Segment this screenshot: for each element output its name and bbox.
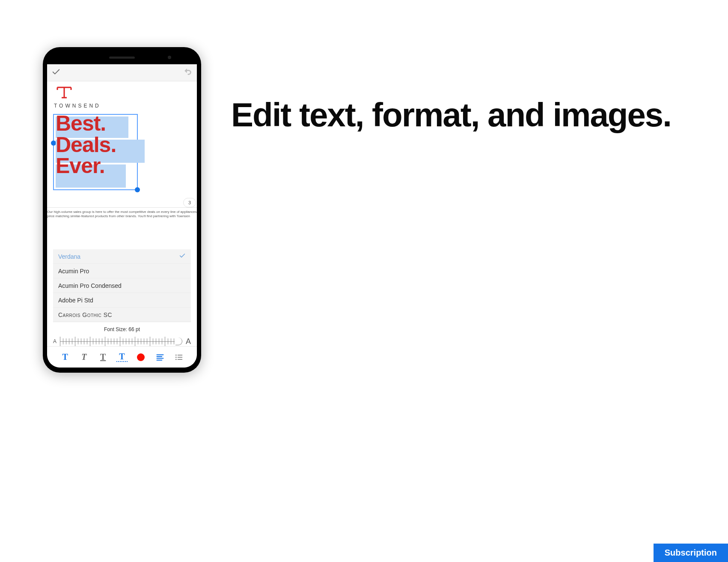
font-picker-panel: Verdana Acumin Pro Acumin Pro Condensed …	[53, 249, 191, 322]
text-color-button[interactable]: T	[116, 353, 128, 362]
bold-button[interactable]: T	[59, 352, 71, 363]
undo-icon[interactable]	[183, 67, 193, 78]
format-toolbar: T T T T	[47, 346, 197, 368]
font-label: Verdana	[58, 253, 80, 260]
checkmark-icon	[179, 252, 186, 260]
phone-notch	[47, 51, 197, 64]
body-paragraph[interactable]: Our high-volume sales group is here to o…	[47, 210, 197, 219]
italic-button[interactable]: T	[78, 352, 89, 363]
fill-color-button[interactable]	[135, 352, 146, 363]
font-size-label: Font Size: 66 pt	[47, 326, 197, 332]
font-label: Acumin Pro	[58, 268, 89, 275]
townsend-logo-icon	[56, 86, 191, 101]
font-option-adobe-pi-std[interactable]: Adobe Pi Std	[53, 293, 191, 308]
page-divider	[47, 207, 197, 208]
headline-text[interactable]: Best. Deals. Ever.	[56, 113, 116, 177]
confirm-icon[interactable]	[51, 67, 61, 78]
slider-track[interactable]	[60, 337, 182, 346]
font-label: Adobe Pi Std	[58, 297, 93, 304]
small-a-icon: A	[53, 338, 56, 344]
list-button[interactable]	[173, 352, 184, 363]
page-indicator[interactable]: 3	[183, 198, 196, 207]
brand-name: TOWNSEND	[54, 103, 191, 109]
font-option-acumin-pro-condensed[interactable]: Acumin Pro Condensed	[53, 278, 191, 293]
font-label: Acumin Pro Condensed	[58, 282, 122, 289]
align-button[interactable]	[155, 352, 166, 363]
svg-point-0	[175, 354, 177, 356]
phone-screen: TOWNSEND Best. Deals. Ever. 3 Our high-v…	[47, 64, 197, 368]
font-size-slider[interactable]: A A	[47, 332, 197, 346]
document-canvas[interactable]: TOWNSEND Best. Deals. Ever. 3 Our high-v…	[47, 81, 197, 249]
font-label: Carrois Gothic SC	[58, 311, 112, 318]
underline-button[interactable]: T	[98, 352, 109, 363]
large-a-icon: A	[186, 337, 191, 346]
svg-point-2	[175, 359, 177, 360]
font-option-carrois-gothic-sc[interactable]: Carrois Gothic SC	[53, 308, 191, 322]
font-option-acumin-pro[interactable]: Acumin Pro	[53, 264, 191, 278]
font-option-verdana[interactable]: Verdana	[53, 249, 191, 264]
subscription-button[interactable]: Subscription	[654, 544, 728, 562]
editor-toolbar	[47, 64, 197, 81]
svg-point-1	[175, 356, 177, 358]
phone-frame: TOWNSEND Best. Deals. Ever. 3 Our high-v…	[47, 51, 197, 368]
text-selection-box[interactable]: Best. Deals. Ever.	[53, 114, 138, 190]
phone-mockup: TOWNSEND Best. Deals. Ever. 3 Our high-v…	[43, 47, 201, 373]
promo-headline: Edit text, format, and images.	[231, 90, 671, 140]
